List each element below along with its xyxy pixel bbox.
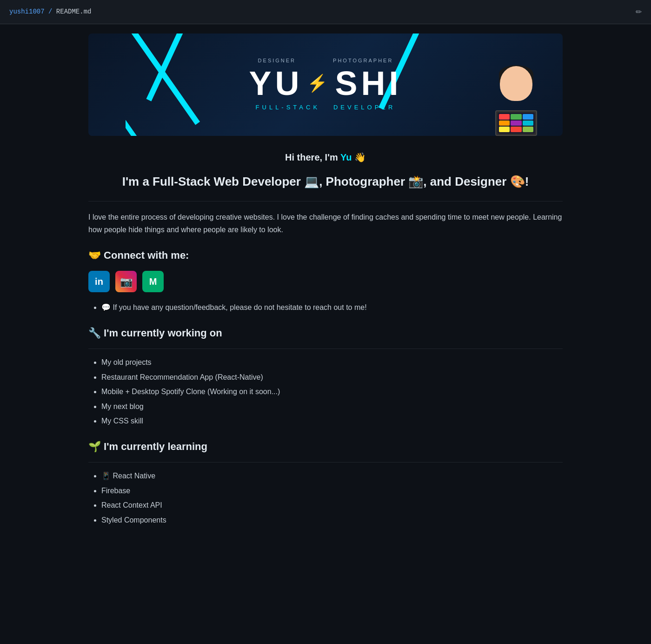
medium-icon: M: [149, 274, 157, 289]
avatar-figure: [493, 66, 539, 136]
working-divider: [88, 349, 563, 349]
profile-banner: DESIGNER PHOTOGRAPHER YU ⚡ SHI FULL-STAC…: [88, 34, 563, 136]
working-item-2: Restaurant Recommendation App (React-Nat…: [101, 371, 563, 383]
banner-decoration-bottom: [126, 99, 177, 136]
headline: I'm a Full-Stack Web Developer 💻, Photog…: [88, 172, 563, 201]
description: I love the entire process of developing …: [88, 211, 563, 236]
working-item-5: My CSS skill: [101, 415, 563, 427]
banner-labels: DESIGNER PHOTOGRAPHER: [249, 57, 402, 65]
working-item-4: My next blog: [101, 401, 563, 413]
learning-section: 🌱 I'm currently learning 📱 React Native …: [88, 438, 563, 526]
learning-list: 📱 React Native Firebase React Context AP…: [88, 470, 563, 526]
connect-heading: 🤝 Connect with me:: [88, 247, 563, 263]
connect-section: 🤝 Connect with me: in 📷 M 💬 If you have …: [88, 247, 563, 314]
hi-prefix: Hi there, I'm: [285, 152, 340, 162]
greeting: Hi there, I'm Yu 👋: [88, 150, 563, 165]
sticker-4: [499, 121, 510, 126]
learning-item-2: Firebase: [101, 485, 563, 497]
banner-label-designer: DESIGNER: [258, 57, 296, 65]
hi-wave: 👋: [354, 152, 366, 162]
learning-item-4: Styled Components: [101, 514, 563, 526]
banner-name-shi: SHI: [335, 67, 402, 100]
file-path: yushi1007 / README.md: [9, 7, 91, 17]
banner-subtitle: FULL-STACK DEVELOPER: [249, 103, 402, 113]
username: yushi1007: [9, 8, 45, 15]
learning-heading: 🌱 I'm currently learning: [88, 438, 563, 455]
linkedin-icon: in: [95, 274, 103, 289]
sticker-2: [511, 114, 521, 120]
avatar-screen: [498, 113, 535, 134]
avatar: [488, 61, 544, 136]
sticker-3: [523, 114, 533, 120]
sticker-9: [523, 127, 533, 132]
banner-label-photographer: PHOTOGRAPHER: [333, 57, 393, 65]
learning-divider: [88, 462, 563, 463]
banner-subtitle-prefix: FULL-STACK: [256, 104, 320, 111]
avatar-head: [500, 66, 532, 101]
banner-name: YU ⚡ SHI: [249, 67, 402, 100]
medium-badge[interactable]: M: [142, 271, 164, 292]
instagram-badge[interactable]: 📷: [115, 271, 137, 292]
sticker-8: [511, 127, 521, 132]
learning-item-3: React Context API: [101, 499, 563, 511]
banner-name-yu: YU: [249, 67, 303, 100]
banner-subtitle-highlight: DEVELOPER: [333, 104, 395, 111]
banner-lightning: ⚡: [307, 75, 332, 92]
linkedin-badge[interactable]: in: [88, 271, 110, 292]
instagram-icon: 📷: [120, 274, 133, 290]
working-item-1: My old projects: [101, 356, 563, 369]
sticker-7: [499, 127, 510, 132]
connect-note-list: 💬 If you have any question/feedback, ple…: [88, 302, 563, 314]
working-item-3: Mobile + Desktop Spotify Clone (Working …: [101, 386, 563, 398]
sticker-1: [499, 114, 510, 120]
sticker-6: [523, 121, 533, 126]
working-heading: 🔧 I'm currently working on: [88, 325, 563, 341]
social-links: in 📷 M: [88, 271, 563, 292]
working-list: My old projects Restaurant Recommendatio…: [88, 356, 563, 427]
avatar-laptop: [495, 110, 537, 136]
filename: README.md: [56, 8, 92, 15]
edit-icon[interactable]: ✏: [636, 6, 642, 18]
main-content: DESIGNER PHOTOGRAPHER YU ⚡ SHI FULL-STAC…: [74, 24, 577, 548]
sticker-5: [511, 121, 521, 126]
hi-name: Yu: [340, 152, 352, 162]
working-section: 🔧 I'm currently working on My old projec…: [88, 325, 563, 427]
top-bar: yushi1007 / README.md ✏: [0, 0, 651, 24]
banner-center-text: DESIGNER PHOTOGRAPHER YU ⚡ SHI FULL-STAC…: [249, 57, 402, 113]
learning-item-1: 📱 React Native: [101, 470, 563, 482]
connect-note-item: 💬 If you have any question/feedback, ple…: [101, 302, 563, 314]
